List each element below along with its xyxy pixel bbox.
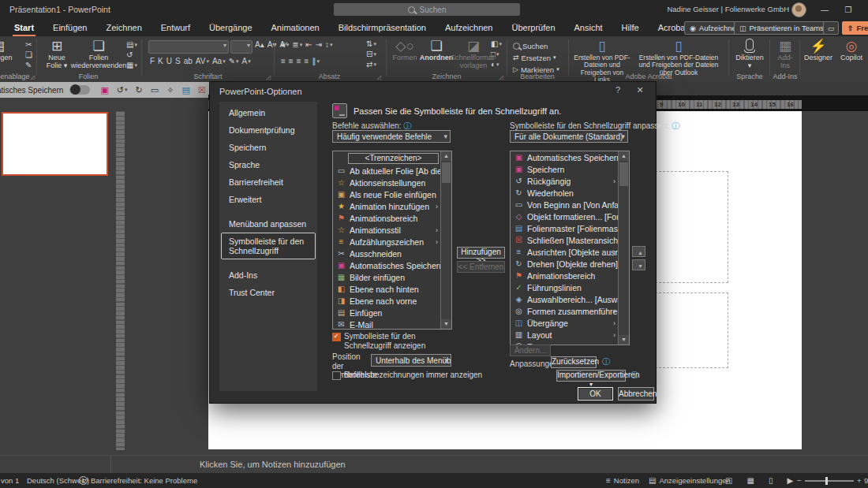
options-nav-item[interactable]: Dokumentprüfung (221, 121, 316, 139)
zoom-out-button[interactable]: − (797, 476, 802, 485)
notes-placeholder[interactable]: Klicken Sie, um Notizen hinzuzufügen (200, 460, 346, 469)
qat-command-icon[interactable]: ▭▾ (151, 85, 159, 95)
options-nav-item[interactable]: Add-Ins (221, 266, 316, 284)
slides-small-icon[interactable]: ↺▾ (126, 50, 137, 59)
add-command-button[interactable]: Hinzufügen >> (457, 247, 505, 259)
qat-list-item[interactable]: ↺ Rückgängig › (511, 175, 618, 187)
display-settings-button[interactable]: ▤ Anzeigeeinstellungen (649, 476, 731, 485)
dialog-help-button[interactable]: ? (612, 85, 624, 95)
qat-list-item[interactable]: ▭ Von Beginn an [Von Anfang an... › (511, 199, 618, 210)
shapes-button[interactable]: ◇○ Formen (391, 39, 418, 62)
view-button[interactable]: ▯ (769, 476, 773, 485)
share-button[interactable]: ⇧ Freigeben (842, 21, 868, 35)
qat-list-item[interactable]: ☒ Schließen [Masteransicht schlie... › (511, 234, 618, 246)
ribbon-tab[interactable]: Übergänge (200, 19, 261, 36)
reuse-slides-button[interactable]: ❏ Folien wiederverwenden (74, 39, 123, 70)
qat-list-item[interactable]: ▣ Speichern › (511, 163, 618, 175)
font-format-icon[interactable]: S▾ (175, 57, 181, 65)
drawing-small-icon[interactable]: □▾ (491, 50, 502, 58)
dialog-launcher-icon[interactable]: ◿ (31, 74, 35, 80)
paragraph-icon[interactable]: ⇥▾ (316, 40, 322, 49)
options-nav-item[interactable]: Trust Center (221, 284, 316, 301)
ribbon-tab[interactable]: Einfügen (43, 19, 96, 36)
present-in-teams-button[interactable]: ◫ Präsentieren in Teams (734, 21, 829, 35)
position-dropdown[interactable]: Unterhalb des Menübandes (371, 354, 451, 367)
qat-list-item[interactable]: ▥ Layout › (511, 329, 618, 341)
paragraph-small-icon[interactable]: ⇄▾ (366, 60, 376, 69)
alignment-icon[interactable]: ≡▾ (289, 57, 294, 65)
scrollb​ar-thumb[interactable] (619, 162, 628, 186)
font-size-icon[interactable]: A▾ (268, 40, 277, 49)
qat-list-item[interactable]: ≡ Ausrichten [Objekte ausrichten] › (511, 246, 618, 258)
qat-command-icon[interactable]: ↻▾ (136, 85, 143, 95)
modify-button[interactable]: Ändern... (510, 345, 551, 356)
qat-list-item[interactable]: ↻ Drehen [Objekte drehen] › (511, 258, 618, 270)
command-list-item[interactable]: ★ Animation hinzufügen › (333, 200, 440, 212)
drawing-small-icon[interactable]: ◧▾ (491, 39, 502, 48)
zoom-slider[interactable] (805, 480, 854, 482)
qat-list-item[interactable]: ◎ Formen zusammenführen › (511, 305, 618, 317)
view-button[interactable]: ◰ (725, 476, 732, 485)
slides-small-icon[interactable]: ▦▾ (126, 61, 137, 69)
options-nav-item[interactable]: Sprache (221, 156, 316, 173)
scroll-down-icon[interactable]: ▼ (441, 319, 451, 329)
dialog-launcher-icon[interactable]: ◿ (499, 74, 503, 80)
font-format-icon[interactable]: A▾ (242, 57, 251, 65)
qat-list-item[interactable]: ↻ Wiederholen › (511, 187, 618, 199)
avatar[interactable] (791, 2, 806, 17)
options-nav-item[interactable]: Barrierefreiheit (221, 173, 316, 191)
qat-list-item[interactable]: ◇ Objekt formatieren... [Form for... › (511, 210, 618, 222)
command-list-item[interactable]: ⚑ Animationsbereich › (333, 212, 440, 224)
cancel-button[interactable]: Abbrechen (618, 387, 654, 400)
scrollbar[interactable]: ▲ ▼ (440, 151, 451, 329)
command-list-item[interactable]: ◨ Ebene nach vorne › (333, 295, 440, 307)
font-name-combo[interactable] (148, 40, 229, 54)
account-name[interactable]: Nadine Geisser | Folienwerke GmbH (667, 5, 789, 13)
qat-command-icon[interactable]: ↺▾ (117, 85, 128, 95)
scroll-down-icon[interactable]: ▼ (619, 335, 629, 345)
command-list-item[interactable]: ✂ Ausschneiden › (333, 248, 440, 259)
command-list-item[interactable]: ▦ Bilder einfügen › (333, 271, 440, 283)
ribbon-tab[interactable]: Start (5, 19, 43, 36)
designer-button[interactable]: ⚡ Designer (802, 39, 835, 62)
minimize-button[interactable]: — (813, 0, 836, 19)
remove-command-button[interactable]: << Entfernen (457, 261, 505, 273)
command-list-item[interactable]: ◧ Ebene nach hinten › (333, 283, 440, 295)
options-nav-item[interactable]: Speichern (221, 139, 316, 156)
clipboard-icon[interactable]: ❏ (25, 50, 32, 59)
ribbon-tab[interactable]: Aufzeichnen (436, 19, 503, 36)
paste-button[interactable]: ▤ Einfügen (0, 39, 13, 62)
options-nav-item[interactable]: Symbolleiste für den Schnellzugriff (221, 233, 316, 259)
dialog-launcher-icon[interactable]: ◿ (267, 74, 271, 80)
zoom-slider-handle[interactable] (825, 477, 828, 485)
addins-button[interactable]: ▦ Add- Ins (773, 39, 797, 70)
qat-list-item[interactable]: ⚑ Animationsbereich › (511, 270, 618, 281)
paragraph-icon[interactable]: ≡▾ (281, 40, 289, 49)
qat-command-icon[interactable]: ☒▾ (198, 85, 206, 95)
notes-pane[interactable] (0, 455, 868, 473)
command-list-item[interactable]: ✉ E-Mail › (333, 319, 440, 329)
comments-button[interactable]: ▭ (823, 21, 839, 35)
move-down-button[interactable]: ▼ (632, 259, 645, 270)
new-slide-button[interactable]: ⊞ Neue Folie ▾ (41, 39, 73, 70)
alignment-icon[interactable]: ≡▾ (305, 57, 309, 65)
command-list-item[interactable]: ▤ Einfügen › (333, 307, 440, 319)
zoom-percentage[interactable]: 9 (864, 476, 868, 485)
ribbon-tab[interactable]: Animationen (262, 19, 329, 36)
ribbon-tab[interactable]: Zeichnen (97, 19, 152, 36)
customize-qat-dropdown[interactable]: Für alle Dokumente (Standard) (510, 130, 628, 143)
notes-toggle[interactable]: ≡ Notizen (606, 476, 639, 485)
options-nav-item[interactable]: Allgemein (221, 104, 316, 121)
slide-thumbnail[interactable] (2, 112, 108, 176)
arrange-button[interactable]: ❏ Anordnen (420, 39, 453, 62)
ribbon-tab[interactable]: Überprüfen (502, 19, 564, 36)
restore-button[interactable]: ❐ (836, 0, 860, 19)
command-list-item[interactable]: ▣ Automatisches Speichern aktiv... › (333, 259, 440, 271)
copilot-button[interactable]: ◎ Copilot (836, 39, 866, 62)
autosave-toggle[interactable] (69, 85, 90, 95)
scroll-up-icon[interactable]: ▲ (619, 151, 629, 161)
font-format-icon[interactable]: F▾ (150, 57, 155, 65)
show-qat-checkbox[interactable] (332, 333, 341, 341)
command-list-item[interactable]: ☆ Aktionseinstellungen › (333, 177, 440, 188)
alignment-icon[interactable]: ≡▾ (297, 57, 301, 65)
